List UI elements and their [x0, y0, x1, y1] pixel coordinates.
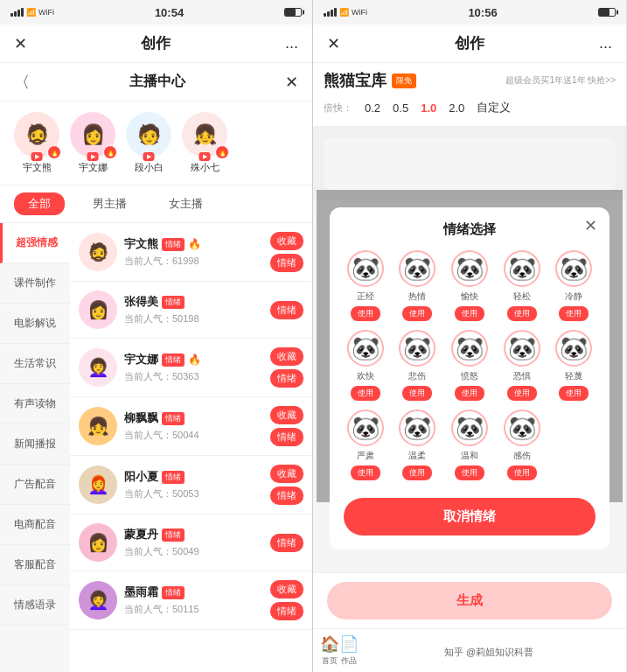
- collect-btn-4[interactable]: 收藏: [270, 465, 303, 483]
- emotion-use-yukuai[interactable]: 使用: [455, 306, 484, 321]
- emotion-item-kongju: 🐼 恐惧 使用: [500, 330, 544, 401]
- emotion-use-qingmie[interactable]: 使用: [559, 386, 589, 401]
- filter-tab-female[interactable]: 女主播: [155, 192, 217, 215]
- emotion-use-wenrou[interactable]: 使用: [402, 466, 432, 480]
- speed-row: 倍快： 0.2 0.5 1.0 2.0 自定义: [324, 96, 616, 119]
- generate-btn-area: 生成: [313, 572, 626, 628]
- emotion-btn-2[interactable]: 情绪: [270, 369, 303, 388]
- list-item-4: 👩‍🦰 阳小夏 情绪 当前人气：50053 收藏 情绪: [70, 456, 312, 514]
- left-time: 10:54: [155, 6, 184, 19]
- panel-back-icon[interactable]: 〈: [14, 72, 30, 93]
- collect-btn-3[interactable]: 收藏: [270, 406, 303, 424]
- list-actions-1: 情绪: [270, 301, 303, 319]
- emotion-use-beishang[interactable]: 使用: [402, 386, 432, 401]
- avatar-name-3: 殊小七: [191, 161, 219, 174]
- emotion-item-qingsong: 🐼 轻松 使用: [500, 250, 544, 321]
- emotion-btn-1[interactable]: 情绪: [270, 301, 303, 319]
- emotion-tag-6: 情绪: [162, 586, 185, 599]
- emotion-btn-6[interactable]: 情绪: [270, 602, 303, 620]
- list-info-2: 宇文娜 情绪 🔥 当前人气：50363: [124, 352, 263, 383]
- sidebar-cat-0[interactable]: 超强情感: [0, 223, 70, 263]
- emotion-use-fennu[interactable]: 使用: [455, 386, 484, 401]
- list-avatar-5: 👩: [79, 523, 117, 562]
- emotion-btn-4[interactable]: 情绪: [270, 486, 303, 505]
- panda-badge: 限免: [392, 74, 416, 88]
- bottom-tab-works[interactable]: 📄 作品: [339, 634, 359, 667]
- sidebar-cat-5[interactable]: 新闻播报: [0, 424, 70, 465]
- avatar-name-1: 宇文娜: [79, 161, 108, 174]
- fire-badge-1: 🔥: [103, 145, 117, 159]
- filter-tab-male[interactable]: 男主播: [79, 192, 141, 215]
- list-info-3: 柳飘飘 情绪 当前人气：50044: [124, 410, 263, 442]
- emotion-modal: 情绪选择 ✕ 🐼 正经 使用 🐼 热情 使用 🐼: [330, 207, 610, 550]
- sidebar-cat-3[interactable]: 生活常识: [0, 344, 70, 384]
- emotion-emoji-beishang: 🐼: [399, 330, 435, 367]
- list-actions-2: 收藏 情绪: [270, 347, 303, 388]
- bottom-tab-home[interactable]: 🏠 首页: [320, 634, 339, 667]
- list-popularity-2: 当前人气：50363: [124, 370, 263, 383]
- emotion-use-ganshang[interactable]: 使用: [507, 466, 537, 480]
- right-more-icon[interactable]: ...: [599, 34, 612, 52]
- left-sidebar: 超强情感 课件制作 电影解说 生活常识 有声读物 新闻播报 广告配音 电商配音 …: [0, 223, 70, 672]
- text-area-bg: [324, 137, 616, 190]
- emotion-use-huankuai[interactable]: 使用: [351, 386, 380, 401]
- left-top-nav: ✕ 创作 ...: [0, 24, 312, 63]
- emotion-use-reqing[interactable]: 使用: [402, 306, 432, 321]
- left-more-icon[interactable]: ...: [285, 34, 298, 52]
- emotion-btn-0[interactable]: 情绪: [270, 254, 303, 272]
- sidebar-cat-9[interactable]: 情感语录: [0, 585, 70, 626]
- avatar-img-2: 🧑: [126, 112, 171, 158]
- speed-02[interactable]: 0.2: [365, 102, 380, 115]
- left-signal: 📶 WiFi: [10, 8, 54, 17]
- vip-text[interactable]: 超级会员买1年送1年 快抢>>: [505, 74, 616, 87]
- panel-close-icon[interactable]: ✕: [285, 73, 298, 92]
- list-name-1: 张得美: [124, 294, 158, 310]
- speed-10[interactable]: 1.0: [421, 102, 436, 115]
- emotion-use-qingsong[interactable]: 使用: [507, 306, 537, 321]
- speed-05[interactable]: 0.5: [393, 102, 408, 115]
- avatar-item-3[interactable]: 👧 🔥 殊小七: [182, 112, 227, 174]
- cancel-emotion-btn[interactable]: 取消情绪: [344, 498, 596, 536]
- emotion-emoji-reqing: 🐼: [399, 250, 435, 287]
- list-popularity-5: 当前人气：50049: [124, 545, 263, 558]
- emotion-btn-3[interactable]: 情绪: [270, 428, 303, 446]
- sidebar-cat-8[interactable]: 客服配音: [0, 545, 70, 585]
- emotion-tag-3: 情绪: [162, 412, 185, 425]
- right-signal: 📶 WiFi: [324, 8, 367, 17]
- home-icon: 🏠: [320, 634, 339, 654]
- emotion-item-huankuai: 🐼 欢快 使用: [344, 330, 387, 401]
- avatar-item-2[interactable]: 🧑 段小白: [126, 112, 171, 174]
- speed-20[interactable]: 2.0: [449, 102, 464, 115]
- collect-btn-2[interactable]: 收藏: [270, 347, 303, 366]
- speed-custom[interactable]: 自定义: [477, 100, 511, 116]
- emotion-use-kongju[interactable]: 使用: [507, 386, 537, 401]
- right-nav-title: 创作: [455, 33, 484, 53]
- collect-btn-0[interactable]: 收藏: [270, 232, 303, 250]
- right-close-icon[interactable]: ✕: [327, 34, 340, 53]
- emotion-use-lengjing[interactable]: 使用: [559, 306, 589, 321]
- emotion-close-icon[interactable]: ✕: [584, 216, 597, 235]
- play-badge-0: [31, 152, 43, 161]
- play-badge-3: [199, 152, 211, 161]
- sidebar-cat-2[interactable]: 电影解说: [0, 304, 70, 344]
- panda-title-row: 熊猫宝库 限免 超级会员买1年送1年 快抢>>: [324, 70, 616, 91]
- emotion-tag-5: 情绪: [162, 528, 185, 542]
- avatar-item-1[interactable]: 👩 🔥 宇文娜: [70, 112, 115, 174]
- emotion-btn-5[interactable]: 情绪: [270, 534, 303, 552]
- emotion-use-yansu[interactable]: 使用: [351, 466, 380, 480]
- collect-btn-6[interactable]: 收藏: [270, 580, 303, 598]
- generate-btn[interactable]: 生成: [327, 582, 612, 620]
- avatar-item-0[interactable]: 🧔 🔥 宇文熊: [14, 112, 59, 174]
- sidebar-cat-4[interactable]: 有声读物: [0, 384, 70, 424]
- sidebar-cat-7[interactable]: 电商配音: [0, 505, 70, 545]
- emotion-name-qingsong: 轻松: [513, 290, 531, 303]
- sidebar-cat-6[interactable]: 广告配音: [0, 465, 70, 505]
- filter-tab-all[interactable]: 全部: [14, 192, 65, 215]
- left-close-icon[interactable]: ✕: [14, 34, 27, 53]
- panda-title: 熊猫宝库: [324, 70, 387, 91]
- emotion-use-wenhe[interactable]: 使用: [455, 466, 484, 480]
- avatar-circle-0: 🧔 🔥: [14, 112, 59, 158]
- emotion-use-zhenjing[interactable]: 使用: [351, 306, 380, 321]
- list-info-1: 张得美 情绪 当前人气：50198: [124, 294, 263, 326]
- sidebar-cat-1[interactable]: 课件制作: [0, 263, 70, 304]
